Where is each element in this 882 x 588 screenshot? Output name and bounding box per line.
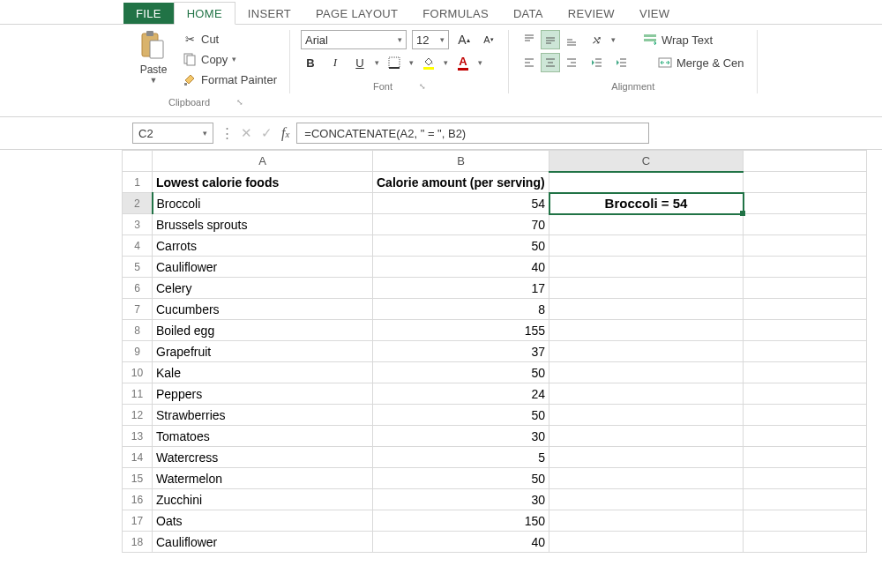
cell[interactable] xyxy=(549,532,744,553)
row-header[interactable]: 5 xyxy=(123,257,153,278)
dialog-launcher-icon[interactable]: ⤡ xyxy=(419,82,426,91)
row-header[interactable]: 1 xyxy=(123,172,153,193)
cancel-formula-button[interactable]: ✕ xyxy=(241,125,252,141)
cell[interactable] xyxy=(744,383,867,405)
font-size-select[interactable]: 12 ▾ xyxy=(412,30,449,49)
tab-review[interactable]: REVIEW xyxy=(556,3,627,24)
dialog-launcher-icon[interactable]: ⤡ xyxy=(236,98,243,107)
merge-center-button[interactable]: Merge & Cen xyxy=(655,54,747,71)
cut-button[interactable]: ✂ Cut xyxy=(180,30,280,48)
cell[interactable]: 50 xyxy=(373,362,549,383)
cell[interactable] xyxy=(549,214,744,235)
formula-input[interactable]: =CONCATENATE(A2, " = ", B2) xyxy=(296,123,649,144)
cell[interactable]: 30 xyxy=(373,489,549,510)
tab-view[interactable]: VIEW xyxy=(627,3,682,24)
row-header[interactable]: 12 xyxy=(123,405,153,426)
row-header[interactable]: 8 xyxy=(123,320,153,341)
chevron-down-icon[interactable]: ▾ xyxy=(375,58,379,67)
cell[interactable]: Cucumbers xyxy=(153,299,373,320)
cell[interactable]: Zucchini xyxy=(153,489,373,510)
orientation-button[interactable]: ⤭ xyxy=(587,30,606,49)
spreadsheet-grid[interactable]: A B C 1Lowest calorie foodsCalorie amoun… xyxy=(0,150,882,553)
cell[interactable] xyxy=(744,532,867,553)
cell[interactable]: 8 xyxy=(373,299,549,320)
cell[interactable]: 24 xyxy=(373,383,549,405)
cell[interactable]: Peppers xyxy=(153,383,373,405)
grow-font-button[interactable]: A▴ xyxy=(454,30,474,49)
cell[interactable] xyxy=(744,299,867,320)
cell[interactable]: Celery xyxy=(153,278,373,299)
cell[interactable]: Watermelon xyxy=(153,468,373,489)
cell[interactable] xyxy=(744,193,867,214)
align-bottom-button[interactable] xyxy=(562,30,581,49)
enter-formula-button[interactable]: ✓ xyxy=(261,125,273,141)
row-header[interactable]: 2 xyxy=(123,193,153,214)
cell[interactable] xyxy=(549,468,744,489)
cell[interactable]: Oats xyxy=(153,510,373,532)
chevron-down-icon[interactable]: ▾ xyxy=(444,58,448,67)
tab-file[interactable]: FILE xyxy=(123,3,174,24)
cell[interactable]: Cauliflower xyxy=(153,257,373,278)
cell[interactable]: Calorie amount (per serving) xyxy=(373,172,549,193)
chevron-down-icon[interactable]: ▾ xyxy=(478,58,482,67)
cell[interactable] xyxy=(744,320,867,341)
cell[interactable] xyxy=(549,426,744,447)
align-left-button[interactable] xyxy=(519,53,539,72)
name-box[interactable]: C2 ▾ xyxy=(132,123,213,144)
row-header[interactable]: 15 xyxy=(123,468,153,489)
cell[interactable] xyxy=(744,257,867,278)
tab-data[interactable]: DATA xyxy=(501,3,556,24)
cell[interactable]: 150 xyxy=(373,510,549,532)
cell[interactable] xyxy=(744,341,867,362)
cell[interactable] xyxy=(549,257,744,278)
cell[interactable]: 40 xyxy=(373,257,549,278)
cell[interactable]: 17 xyxy=(373,278,549,299)
cell[interactable]: Strawberries xyxy=(153,405,373,426)
increase-indent-button[interactable] xyxy=(611,53,631,72)
cell[interactable]: Tomatoes xyxy=(153,426,373,447)
cell[interactable] xyxy=(549,447,744,468)
cell[interactable] xyxy=(744,235,867,257)
cell[interactable]: 5 xyxy=(373,447,549,468)
cell[interactable] xyxy=(549,405,744,426)
cell[interactable]: Kale xyxy=(153,362,373,383)
cell[interactable] xyxy=(549,341,744,362)
cell[interactable] xyxy=(744,468,867,489)
font-name-select[interactable]: Arial ▾ xyxy=(301,30,407,49)
cell[interactable] xyxy=(549,278,744,299)
cell[interactable]: Watercress xyxy=(153,447,373,468)
row-header[interactable]: 18 xyxy=(123,532,153,553)
align-middle-button[interactable] xyxy=(541,30,560,49)
row-header[interactable]: 3 xyxy=(123,214,153,235)
underline-button[interactable]: U xyxy=(350,53,370,72)
cell[interactable] xyxy=(744,172,867,193)
cell[interactable]: 155 xyxy=(373,320,549,341)
align-top-button[interactable] xyxy=(519,30,539,49)
col-header-D[interactable] xyxy=(744,151,867,172)
cell[interactable]: 50 xyxy=(373,235,549,257)
active-cell[interactable]: Broccoli = 54 xyxy=(549,193,744,214)
row-header[interactable]: 11 xyxy=(123,383,153,405)
cell[interactable] xyxy=(744,214,867,235)
cell[interactable]: 40 xyxy=(373,532,549,553)
cell[interactable] xyxy=(744,405,867,426)
fx-button[interactable]: fx xyxy=(281,125,289,141)
cell[interactable]: Carrots xyxy=(153,235,373,257)
tab-formulas[interactable]: FORMULAS xyxy=(410,3,501,24)
paste-button[interactable]: Paste ▼ xyxy=(132,30,175,85)
cell[interactable] xyxy=(744,489,867,510)
cell[interactable]: 50 xyxy=(373,468,549,489)
select-all-corner[interactable] xyxy=(123,151,153,172)
row-header[interactable]: 6 xyxy=(123,278,153,299)
align-center-button[interactable] xyxy=(541,53,560,72)
col-header-A[interactable]: A xyxy=(153,151,373,172)
row-header[interactable]: 13 xyxy=(123,426,153,447)
cell[interactable] xyxy=(549,489,744,510)
cell[interactable] xyxy=(549,510,744,532)
cell[interactable]: Broccoli xyxy=(153,193,373,214)
cell[interactable] xyxy=(744,362,867,383)
border-button[interactable] xyxy=(385,53,404,72)
copy-button[interactable]: Copy ▾ xyxy=(180,50,280,68)
chevron-down-icon[interactable]: ▾ xyxy=(611,35,616,44)
row-header[interactable]: 16 xyxy=(123,489,153,510)
